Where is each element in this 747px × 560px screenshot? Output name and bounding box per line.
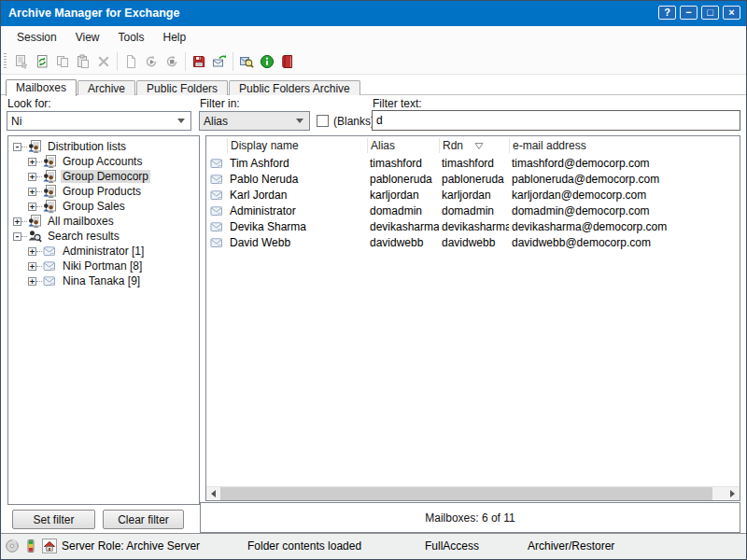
cell: domadmin — [439, 204, 509, 217]
sort-desc-icon — [474, 142, 484, 150]
cell: timashford — [439, 157, 509, 170]
menu-session[interactable]: Session — [7, 26, 66, 49]
save-button[interactable] — [189, 51, 209, 72]
find-mailbox-button[interactable] — [236, 51, 257, 72]
expand-icon[interactable]: + — [28, 173, 36, 181]
table-row-tim-ashford[interactable]: Tim Ashfordtimashfordtimashfordtimashfor… — [206, 155, 740, 171]
table-row-karl-jordan[interactable]: Karl Jordankarljordankarljordankarljorda… — [206, 187, 740, 203]
expand-icon[interactable]: + — [28, 277, 36, 286]
tree-item-niki-portman-8[interactable]: +Niki Portman [8] — [8, 259, 199, 273]
close-button[interactable]: × — [723, 6, 740, 20]
look-for-label: Look for: — [7, 97, 51, 110]
cell: karljordan — [439, 189, 509, 202]
expand-icon[interactable]: + — [28, 158, 36, 166]
tree-item-search-results[interactable]: -Search results — [8, 229, 199, 244]
filter-in-combobox[interactable]: Alias — [199, 111, 310, 131]
table-row-devika-sharma[interactable]: Devika Sharmadevikasharmadevikasharmadev… — [206, 218, 740, 234]
manual-button[interactable] — [277, 51, 298, 72]
expand-icon[interactable]: + — [13, 217, 21, 226]
look-for-combobox[interactable]: Ni — [7, 111, 191, 131]
table-row-pablo-neruda[interactable]: Pablo Nerudapablonerudapablonerudapablon… — [206, 171, 740, 187]
cell: Tim Ashford — [227, 157, 367, 170]
tab-strip: MailboxesArchivePublic FoldersPublic Fol… — [6, 78, 361, 95]
tree-item-all-mailboxes[interactable]: +All mailboxes — [8, 214, 199, 229]
column-header-e-mail-address[interactable]: e-mail address — [509, 138, 740, 153]
table-row-administrator[interactable]: Administratordomadmindomadmindomadmin@de… — [206, 203, 740, 218]
mailbox-icon — [206, 218, 227, 234]
mailbox-count-text: Mailboxes: 6 of 11 — [425, 511, 515, 525]
tree-item-nina-tanaka-9[interactable]: +Nina Tanaka [9] — [8, 273, 199, 288]
app-window: Archive Manager for Exchange ?−□× Sessio… — [0, 0, 747, 560]
battery-icon — [23, 539, 39, 554]
scroll-right-button[interactable] — [726, 487, 740, 500]
cell: domadmin — [367, 204, 439, 217]
chevron-down-icon — [296, 119, 303, 123]
minimize-button[interactable]: − — [680, 6, 698, 20]
send-mail-icon — [212, 54, 227, 69]
clear-filter-button[interactable]: Clear filter — [103, 510, 184, 529]
mailbox-icon — [42, 244, 58, 259]
toolbar-separator — [117, 52, 118, 71]
collapse-icon[interactable]: - — [13, 143, 21, 151]
group-icon — [42, 184, 58, 199]
tree-item-group-products[interactable]: +Group Products — [8, 184, 199, 199]
tab-mailboxes[interactable]: Mailboxes — [6, 79, 77, 96]
menu-bar: SessionViewToolsHelp — [0, 26, 747, 49]
expand-icon[interactable]: + — [28, 262, 36, 271]
horizontal-scrollbar[interactable] — [206, 486, 740, 500]
mailbox-icon — [206, 187, 227, 203]
filter-in-value: Alias — [200, 115, 296, 128]
role-text: Archiver/Restorer — [528, 539, 614, 553]
scrollbar-thumb[interactable] — [220, 487, 712, 500]
help-button[interactable]: ? — [658, 6, 676, 20]
mailbox-icon — [206, 171, 227, 187]
tab-public-folders-archive[interactable]: Public Folders Archive — [229, 80, 360, 95]
menu-help[interactable]: Help — [154, 26, 196, 49]
delete-icon — [96, 54, 111, 69]
expand-icon[interactable]: + — [28, 203, 36, 211]
filter-in-label: Filter in: — [200, 97, 240, 110]
table-body: Tim Ashfordtimashfordtimashfordtimashfor… — [206, 155, 740, 250]
blanks-checkbox[interactable] — [317, 115, 329, 127]
refresh-button[interactable] — [32, 51, 52, 72]
cell: timashford — [367, 157, 439, 170]
tree-item-administrator-1[interactable]: +Administrator [1] — [8, 244, 199, 259]
collapse-icon[interactable]: - — [13, 232, 21, 241]
info-button[interactable] — [257, 51, 277, 72]
tree-item-group-sales[interactable]: +Group Sales — [8, 199, 199, 214]
column-header-rdn[interactable]: Rdn — [439, 138, 509, 153]
blanks-label: (Blanks) — [333, 115, 374, 128]
expand-icon[interactable]: + — [28, 188, 36, 196]
home-icon — [42, 539, 58, 554]
column-header-display-name[interactable]: Display name — [227, 138, 367, 153]
column-header-label: Rdn — [443, 139, 463, 152]
tree-item-group-democorp[interactable]: +Group Democorp — [8, 169, 199, 184]
tab-archive[interactable]: Archive — [78, 80, 135, 95]
copy-icon — [55, 54, 70, 69]
new-document-icon — [123, 54, 138, 69]
maximize-button[interactable]: □ — [701, 6, 719, 20]
tree-item-label: Group Democorp — [61, 170, 150, 183]
toolbar-grip-handle[interactable] — [4, 53, 7, 70]
expand-icon[interactable]: + — [28, 247, 36, 256]
menu-tools[interactable]: Tools — [109, 26, 154, 49]
status-bar: Server Role: Archive Server Folder conte… — [0, 534, 747, 559]
group-icon — [27, 214, 43, 229]
scroll-left-button[interactable] — [206, 487, 220, 500]
send-mail-button[interactable] — [209, 51, 230, 72]
cell: davidwebb@democorp.com — [509, 236, 740, 249]
table-row-david-webb[interactable]: David Webbdavidwebbdavidwebbdavidwebb@de… — [206, 234, 740, 250]
filter-text-input[interactable] — [372, 110, 740, 131]
scroll-left-icon — [211, 490, 216, 497]
menu-view[interactable]: View — [66, 26, 109, 49]
set-filter-button[interactable]: Set filter — [12, 510, 95, 529]
mailbox-icon — [206, 155, 227, 171]
table-header: Display nameAliasRdne-mail address — [206, 136, 740, 155]
clear-filter-label: Clear filter — [118, 513, 169, 526]
column-header-alias[interactable]: Alias — [367, 138, 439, 153]
delete-button — [93, 51, 114, 72]
group-icon — [42, 154, 58, 169]
tab-public-folders[interactable]: Public Folders — [136, 80, 228, 95]
tree-item-group-accounts[interactable]: +Group Accounts — [8, 154, 199, 169]
tree-item-distribution-lists[interactable]: -Distribution lists — [8, 139, 199, 154]
